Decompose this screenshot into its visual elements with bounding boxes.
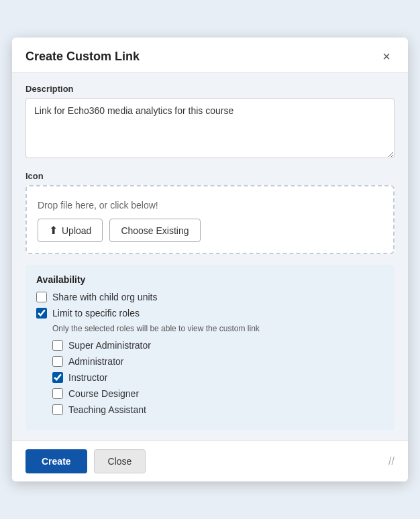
role-row-teaching-assistant: Teaching Assistant [52, 404, 384, 415]
close-icon-button[interactable]: × [378, 48, 395, 64]
resize-icon: // [388, 455, 395, 467]
footer-actions: Create Close [25, 449, 146, 473]
roles-hint: Only the selected roles will be able to … [52, 324, 384, 333]
icon-section: Icon Drop file here, or click below! ⬆ U… [25, 171, 395, 254]
availability-section: Availability Share with child org units … [25, 265, 395, 430]
share-child-row: Share with child org units [36, 292, 384, 302]
modal-footer: Create Close // [12, 441, 408, 481]
role-ta-checkbox[interactable] [52, 404, 63, 415]
icon-drop-area[interactable]: Drop file here, or click below! ⬆ Upload… [25, 185, 395, 254]
modal-title: Create Custom Link [25, 50, 140, 64]
icon-buttons: ⬆ Upload Choose Existing [38, 219, 382, 242]
role-row-super-admin: Super Administrator [52, 340, 384, 351]
icon-label: Icon [25, 171, 395, 181]
description-section: Description Link for Echo360 media analy… [25, 84, 395, 160]
share-child-checkbox[interactable] [36, 292, 47, 302]
modal-container: Create Custom Link × Description Link fo… [0, 0, 420, 519]
create-button[interactable]: Create [25, 449, 87, 473]
role-super-admin-label[interactable]: Super Administrator [68, 340, 151, 351]
role-ta-label[interactable]: Teaching Assistant [68, 404, 146, 415]
modal-body: Description Link for Echo360 media analy… [12, 73, 408, 441]
role-admin-label[interactable]: Administrator [68, 356, 123, 367]
choose-existing-button[interactable]: Choose Existing [109, 219, 200, 242]
limit-roles-checkbox[interactable] [36, 308, 47, 319]
share-child-label[interactable]: Share with child org units [52, 292, 157, 302]
role-row-course-designer: Course Designer [52, 388, 384, 399]
modal-header: Create Custom Link × [12, 38, 408, 73]
upload-icon: ⬆ [49, 224, 58, 237]
availability-title: Availability [36, 274, 384, 285]
roles-list: Super Administrator Administrator Instru… [36, 340, 384, 415]
modal: Create Custom Link × Description Link fo… [12, 38, 408, 481]
role-admin-checkbox[interactable] [52, 356, 63, 367]
role-super-admin-checkbox[interactable] [52, 340, 63, 351]
limit-roles-label[interactable]: Limit to specific roles [52, 308, 140, 319]
role-row-instructor: Instructor [52, 372, 384, 383]
drop-text: Drop file here, or click below! [38, 200, 382, 211]
close-button[interactable]: Close [94, 449, 146, 473]
upload-button-label: Upload [62, 225, 91, 236]
role-course-designer-label[interactable]: Course Designer [68, 388, 139, 399]
role-row-admin: Administrator [52, 356, 384, 367]
role-instructor-label[interactable]: Instructor [68, 372, 107, 383]
limit-roles-row: Limit to specific roles [36, 308, 384, 319]
description-input[interactable]: Link for Echo360 media analytics for thi… [25, 98, 395, 158]
role-course-designer-checkbox[interactable] [52, 388, 63, 399]
description-label: Description [25, 84, 395, 94]
role-instructor-checkbox[interactable] [52, 372, 63, 383]
upload-button[interactable]: ⬆ Upload [38, 219, 103, 242]
